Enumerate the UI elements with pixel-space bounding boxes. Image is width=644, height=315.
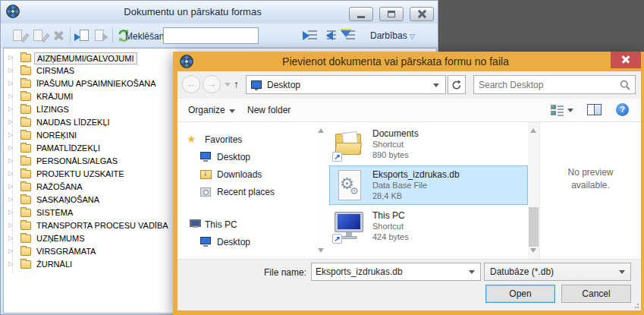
toolbar-separator — [112, 28, 113, 43]
refresh-button[interactable] — [448, 75, 466, 94]
export-button[interactable] — [93, 27, 109, 44]
new-folder-button[interactable]: New folder — [247, 105, 291, 115]
search-icon — [620, 80, 630, 90]
back-button[interactable]: ← — [182, 75, 200, 93]
chevron-down-icon[interactable] — [469, 270, 475, 277]
file-list-scrollbar[interactable] — [528, 122, 539, 259]
expand-arrow-icon[interactable]: ▷ — [8, 260, 13, 267]
address-dropdown-icon[interactable] — [433, 83, 439, 90]
actions-label: Darbības — [370, 30, 407, 41]
address-location: Desktop — [267, 80, 300, 90]
file-type-combobox[interactable]: Datubāze (*.db) — [484, 263, 631, 281]
expand-arrow-icon[interactable]: ▷ — [8, 106, 13, 112]
organize-button[interactable]: Organize — [188, 105, 225, 115]
scroll-up-icon[interactable] — [318, 125, 324, 133]
forward-button[interactable]: → — [203, 75, 221, 93]
expand-arrow-icon[interactable]: ▷ — [8, 67, 13, 74]
file-name: This PC — [372, 210, 405, 221]
back-icon: ← — [187, 78, 196, 90]
scroll-up-icon[interactable] — [530, 125, 536, 133]
expand-arrow-icon[interactable]: ▷ — [8, 131, 13, 138]
scroll-down-icon[interactable] — [530, 248, 536, 256]
dialog-footer: File name: Datubāze (*.db) Open Cancel — [177, 259, 641, 310]
folder-icon — [20, 93, 31, 101]
folder-icon — [20, 106, 31, 114]
computer-shortcut-icon: ↗ — [332, 209, 367, 244]
folder-icon — [20, 222, 31, 230]
actions-dropdown[interactable]: Darbības ▽ — [370, 30, 415, 41]
edit-button[interactable] — [11, 27, 27, 44]
expand-list-button[interactable] — [302, 27, 319, 44]
expand-arrow-icon[interactable]: ▷ — [8, 144, 13, 151]
expand-arrow-icon[interactable]: ▷ — [8, 247, 13, 254]
cancel-button[interactable]: Cancel — [561, 285, 631, 303]
views-dropdown-icon[interactable] — [567, 109, 573, 115]
views-icon[interactable] — [551, 104, 564, 116]
resize-grip[interactable] — [633, 304, 639, 310]
tree-item-label: NORĒĶINI — [34, 130, 79, 140]
expand-arrow-icon[interactable]: ▷ — [8, 183, 13, 190]
chevron-down-icon: ▽ — [410, 33, 415, 40]
file-name-label: File name: — [223, 267, 306, 278]
sidebar-item-label: Desktop — [217, 237, 250, 247]
edit-form-button[interactable] — [31, 27, 48, 44]
expand-arrow-icon[interactable]: ▷ — [8, 118, 13, 125]
file-name-combobox — [311, 263, 481, 281]
filter-button[interactable] — [340, 27, 357, 44]
folder-icon — [20, 67, 31, 75]
delete-button[interactable] — [50, 27, 67, 44]
maximize-button[interactable] — [379, 7, 404, 21]
expand-arrow-icon[interactable]: ▷ — [8, 54, 13, 61]
address-bar[interactable]: Desktop — [246, 75, 446, 94]
dialog-titlebar: Pievienot dokumenta vai pārskata formu n… — [173, 52, 641, 71]
refresh-icon — [451, 80, 462, 90]
search-input[interactable] — [163, 27, 259, 44]
expand-arrow-icon[interactable]: ▷ — [8, 157, 13, 164]
desktop-icon — [200, 150, 212, 162]
file-row[interactable]: ↗DocumentsShortcut890 bytes — [329, 124, 528, 164]
help-icon[interactable] — [616, 103, 629, 116]
import-button[interactable] — [74, 27, 90, 44]
navigation-bar: ← → ↑ Desktop — [177, 71, 641, 99]
expand-arrow-icon[interactable]: ▷ — [8, 93, 13, 99]
search-input[interactable] — [479, 77, 615, 92]
file-row[interactable]: ⚙⚙Eksports_izdrukas.dbData Base File28,4… — [329, 165, 528, 205]
tree-item-label: PAMATLĪDZEKĻI — [34, 143, 102, 153]
sidebar-item-label: Downloads — [217, 169, 262, 180]
tree-item-label: SASKAŅOŠANA — [34, 194, 102, 205]
folder-icon — [20, 183, 31, 191]
scroll-down-icon[interactable] — [318, 248, 324, 256]
expand-arrow-icon[interactable]: ▷ — [8, 222, 13, 228]
file-name-input[interactable] — [316, 265, 460, 279]
file-row[interactable]: ↗This PCShortcut424 bytes — [329, 206, 528, 246]
collapse-list-button[interactable] — [321, 27, 338, 44]
minimize-icon — [357, 16, 365, 18]
up-button[interactable]: ↑ — [234, 78, 239, 90]
folder-icon — [20, 80, 31, 88]
file-type: Shortcut — [372, 140, 404, 149]
tree-item-label: ĪPAŠUMU APSAIMNIEKOŠANA — [34, 78, 159, 89]
folder-icon — [20, 118, 31, 127]
preview-pane-icon[interactable] — [587, 104, 602, 115]
expand-arrow-icon[interactable]: ▷ — [8, 235, 13, 241]
expand-arrow-icon[interactable]: ▷ — [8, 209, 13, 216]
expand-arrow-icon[interactable]: ▷ — [8, 170, 13, 177]
computer-icon — [190, 218, 202, 230]
history-dropdown-icon[interactable] — [225, 83, 231, 90]
open-button[interactable]: Open — [485, 285, 555, 303]
tree-item-label: PERSONĀLS/ALGAS — [34, 156, 120, 166]
folder-icon — [20, 260, 31, 269]
expand-arrow-icon[interactable]: ▷ — [8, 196, 13, 203]
toolbar-separator — [70, 28, 71, 43]
dialog-close-button[interactable] — [611, 52, 641, 68]
scrollbar-thumb[interactable] — [529, 207, 539, 247]
close-button[interactable] — [410, 7, 434, 21]
sidebar-item-label: Recent places — [217, 187, 275, 197]
sidebar-scrollbar[interactable] — [316, 122, 327, 259]
folder-icon — [20, 170, 31, 178]
minimize-button[interactable] — [349, 7, 373, 21]
file-type-value: Datubāze (*.db) — [490, 266, 554, 277]
expand-arrow-icon[interactable]: ▷ — [8, 80, 13, 87]
tree-item-label: LĪZINGS — [34, 104, 71, 115]
chevron-down-icon — [619, 270, 625, 277]
